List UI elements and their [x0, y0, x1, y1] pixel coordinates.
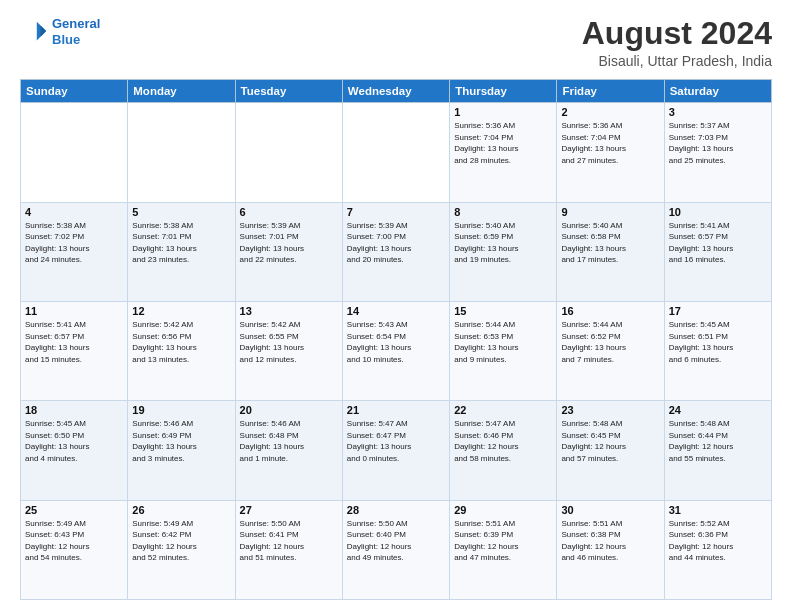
- day-number: 12: [132, 305, 230, 317]
- day-number: 22: [454, 404, 552, 416]
- calendar-cell: 4Sunrise: 5:38 AM Sunset: 7:02 PM Daylig…: [21, 202, 128, 301]
- calendar-cell: 25Sunrise: 5:49 AM Sunset: 6:43 PM Dayli…: [21, 500, 128, 599]
- title-block: August 2024 Bisauli, Uttar Pradesh, Indi…: [582, 16, 772, 69]
- calendar-cell: [128, 103, 235, 202]
- calendar-cell: 24Sunrise: 5:48 AM Sunset: 6:44 PM Dayli…: [664, 401, 771, 500]
- calendar-cell: 3Sunrise: 5:37 AM Sunset: 7:03 PM Daylig…: [664, 103, 771, 202]
- day-info: Sunrise: 5:52 AM Sunset: 6:36 PM Dayligh…: [669, 518, 767, 564]
- day-number: 29: [454, 504, 552, 516]
- calendar-cell: [235, 103, 342, 202]
- calendar-cell: 1Sunrise: 5:36 AM Sunset: 7:04 PM Daylig…: [450, 103, 557, 202]
- calendar-cell: 2Sunrise: 5:36 AM Sunset: 7:04 PM Daylig…: [557, 103, 664, 202]
- calendar-cell: [21, 103, 128, 202]
- col-monday: Monday: [128, 80, 235, 103]
- day-number: 6: [240, 206, 338, 218]
- day-number: 11: [25, 305, 123, 317]
- day-info: Sunrise: 5:40 AM Sunset: 6:58 PM Dayligh…: [561, 220, 659, 266]
- day-info: Sunrise: 5:42 AM Sunset: 6:55 PM Dayligh…: [240, 319, 338, 365]
- day-info: Sunrise: 5:37 AM Sunset: 7:03 PM Dayligh…: [669, 120, 767, 166]
- calendar-cell: 9Sunrise: 5:40 AM Sunset: 6:58 PM Daylig…: [557, 202, 664, 301]
- logo: General Blue: [20, 16, 100, 47]
- day-number: 13: [240, 305, 338, 317]
- calendar-cell: 28Sunrise: 5:50 AM Sunset: 6:40 PM Dayli…: [342, 500, 449, 599]
- day-info: Sunrise: 5:42 AM Sunset: 6:56 PM Dayligh…: [132, 319, 230, 365]
- day-info: Sunrise: 5:46 AM Sunset: 6:48 PM Dayligh…: [240, 418, 338, 464]
- day-number: 17: [669, 305, 767, 317]
- calendar-cell: 10Sunrise: 5:41 AM Sunset: 6:57 PM Dayli…: [664, 202, 771, 301]
- day-number: 28: [347, 504, 445, 516]
- day-info: Sunrise: 5:38 AM Sunset: 7:01 PM Dayligh…: [132, 220, 230, 266]
- calendar-body: 1Sunrise: 5:36 AM Sunset: 7:04 PM Daylig…: [21, 103, 772, 600]
- col-thursday: Thursday: [450, 80, 557, 103]
- logo-text: General Blue: [52, 16, 100, 47]
- calendar-cell: 8Sunrise: 5:40 AM Sunset: 6:59 PM Daylig…: [450, 202, 557, 301]
- day-info: Sunrise: 5:51 AM Sunset: 6:39 PM Dayligh…: [454, 518, 552, 564]
- day-number: 8: [454, 206, 552, 218]
- day-info: Sunrise: 5:36 AM Sunset: 7:04 PM Dayligh…: [454, 120, 552, 166]
- week-row-1: 4Sunrise: 5:38 AM Sunset: 7:02 PM Daylig…: [21, 202, 772, 301]
- day-info: Sunrise: 5:45 AM Sunset: 6:51 PM Dayligh…: [669, 319, 767, 365]
- day-info: Sunrise: 5:50 AM Sunset: 6:41 PM Dayligh…: [240, 518, 338, 564]
- week-row-3: 18Sunrise: 5:45 AM Sunset: 6:50 PM Dayli…: [21, 401, 772, 500]
- day-number: 3: [669, 106, 767, 118]
- calendar-title: August 2024: [582, 16, 772, 51]
- day-number: 2: [561, 106, 659, 118]
- col-sunday: Sunday: [21, 80, 128, 103]
- day-info: Sunrise: 5:49 AM Sunset: 6:42 PM Dayligh…: [132, 518, 230, 564]
- day-number: 21: [347, 404, 445, 416]
- day-number: 4: [25, 206, 123, 218]
- calendar-cell: 7Sunrise: 5:39 AM Sunset: 7:00 PM Daylig…: [342, 202, 449, 301]
- day-info: Sunrise: 5:50 AM Sunset: 6:40 PM Dayligh…: [347, 518, 445, 564]
- calendar-cell: 31Sunrise: 5:52 AM Sunset: 6:36 PM Dayli…: [664, 500, 771, 599]
- day-info: Sunrise: 5:51 AM Sunset: 6:38 PM Dayligh…: [561, 518, 659, 564]
- day-info: Sunrise: 5:47 AM Sunset: 6:47 PM Dayligh…: [347, 418, 445, 464]
- day-number: 10: [669, 206, 767, 218]
- day-info: Sunrise: 5:41 AM Sunset: 6:57 PM Dayligh…: [669, 220, 767, 266]
- day-number: 31: [669, 504, 767, 516]
- week-row-0: 1Sunrise: 5:36 AM Sunset: 7:04 PM Daylig…: [21, 103, 772, 202]
- day-info: Sunrise: 5:46 AM Sunset: 6:49 PM Dayligh…: [132, 418, 230, 464]
- day-number: 14: [347, 305, 445, 317]
- calendar-cell: 26Sunrise: 5:49 AM Sunset: 6:42 PM Dayli…: [128, 500, 235, 599]
- calendar-cell: 13Sunrise: 5:42 AM Sunset: 6:55 PM Dayli…: [235, 301, 342, 400]
- day-info: Sunrise: 5:36 AM Sunset: 7:04 PM Dayligh…: [561, 120, 659, 166]
- calendar-cell: 6Sunrise: 5:39 AM Sunset: 7:01 PM Daylig…: [235, 202, 342, 301]
- calendar-cell: 11Sunrise: 5:41 AM Sunset: 6:57 PM Dayli…: [21, 301, 128, 400]
- calendar-cell: 20Sunrise: 5:46 AM Sunset: 6:48 PM Dayli…: [235, 401, 342, 500]
- calendar-cell: 23Sunrise: 5:48 AM Sunset: 6:45 PM Dayli…: [557, 401, 664, 500]
- day-info: Sunrise: 5:39 AM Sunset: 7:01 PM Dayligh…: [240, 220, 338, 266]
- calendar-cell: 15Sunrise: 5:44 AM Sunset: 6:53 PM Dayli…: [450, 301, 557, 400]
- calendar-cell: 21Sunrise: 5:47 AM Sunset: 6:47 PM Dayli…: [342, 401, 449, 500]
- calendar-cell: 22Sunrise: 5:47 AM Sunset: 6:46 PM Dayli…: [450, 401, 557, 500]
- day-number: 26: [132, 504, 230, 516]
- day-number: 7: [347, 206, 445, 218]
- day-info: Sunrise: 5:43 AM Sunset: 6:54 PM Dayligh…: [347, 319, 445, 365]
- day-number: 20: [240, 404, 338, 416]
- logo-icon: [20, 18, 48, 46]
- day-number: 15: [454, 305, 552, 317]
- day-info: Sunrise: 5:44 AM Sunset: 6:52 PM Dayligh…: [561, 319, 659, 365]
- day-info: Sunrise: 5:39 AM Sunset: 7:00 PM Dayligh…: [347, 220, 445, 266]
- logo-line2: Blue: [52, 32, 80, 47]
- calendar-cell: 18Sunrise: 5:45 AM Sunset: 6:50 PM Dayli…: [21, 401, 128, 500]
- calendar-cell: 17Sunrise: 5:45 AM Sunset: 6:51 PM Dayli…: [664, 301, 771, 400]
- calendar-cell: 16Sunrise: 5:44 AM Sunset: 6:52 PM Dayli…: [557, 301, 664, 400]
- day-info: Sunrise: 5:48 AM Sunset: 6:45 PM Dayligh…: [561, 418, 659, 464]
- calendar-subtitle: Bisauli, Uttar Pradesh, India: [582, 53, 772, 69]
- day-number: 18: [25, 404, 123, 416]
- week-row-4: 25Sunrise: 5:49 AM Sunset: 6:43 PM Dayli…: [21, 500, 772, 599]
- calendar-cell: [342, 103, 449, 202]
- col-saturday: Saturday: [664, 80, 771, 103]
- page-header: General Blue August 2024 Bisauli, Uttar …: [20, 16, 772, 69]
- day-number: 9: [561, 206, 659, 218]
- day-number: 16: [561, 305, 659, 317]
- day-number: 19: [132, 404, 230, 416]
- calendar-cell: 14Sunrise: 5:43 AM Sunset: 6:54 PM Dayli…: [342, 301, 449, 400]
- day-info: Sunrise: 5:48 AM Sunset: 6:44 PM Dayligh…: [669, 418, 767, 464]
- day-info: Sunrise: 5:41 AM Sunset: 6:57 PM Dayligh…: [25, 319, 123, 365]
- day-info: Sunrise: 5:49 AM Sunset: 6:43 PM Dayligh…: [25, 518, 123, 564]
- day-number: 30: [561, 504, 659, 516]
- col-wednesday: Wednesday: [342, 80, 449, 103]
- logo-line1: General: [52, 16, 100, 31]
- day-number: 23: [561, 404, 659, 416]
